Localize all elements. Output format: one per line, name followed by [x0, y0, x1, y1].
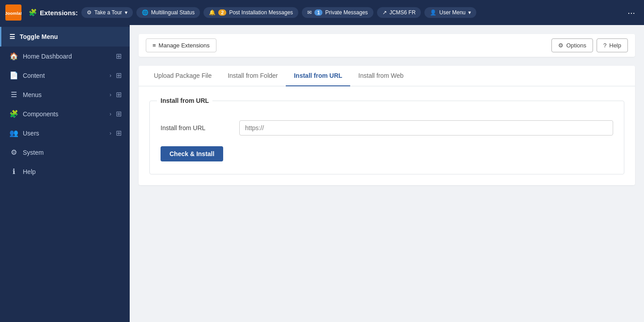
sidebar-item-content[interactable]: 📄 Content › ⊞ [0, 66, 130, 85]
chevron-down-icon: ▾ [125, 9, 127, 16]
components-grid-icon: ⊞ [116, 110, 122, 118]
sidebar-item-home-dashboard[interactable]: 🏠 Home Dashboard ⊞ [0, 47, 130, 66]
arrow-right-icon: › [110, 92, 111, 98]
content-grid-icon: ⊞ [116, 71, 122, 80]
toggle-icon: ☰ [9, 33, 15, 40]
top-navbar: Joomla! 🧩 Extensions: ⚙ Take a Tour ▾ 🌐 … [0, 0, 644, 25]
sidebar-item-components[interactable]: 🧩 Components › ⊞ [0, 104, 130, 123]
fieldset-legend: Install from URL [157, 97, 212, 104]
take-a-tour-pill[interactable]: ⚙ Take a Tour ▾ [81, 7, 133, 18]
private-messages-pill[interactable]: ✉ 1 Private Messages [302, 7, 373, 18]
puzzle-icon: 🧩 [29, 8, 37, 17]
chevron-down-icon: ▾ [468, 9, 471, 16]
users-grid-icon: ⊞ [116, 129, 122, 137]
sidebar: ☰ Toggle Menu 🏠 Home Dashboard ⊞ 📄 Conte… [0, 25, 130, 322]
home-icon: 🏠 [9, 52, 18, 60]
mail-icon: ✉ [307, 9, 312, 16]
post-installation-badge: 2 [218, 9, 226, 16]
users-icon: 👥 [9, 129, 18, 137]
options-icon: ⚙ [558, 42, 564, 49]
user-menu-pill[interactable]: 👤 User Menu ▾ [424, 7, 476, 18]
logo[interactable]: Joomla! [5, 4, 21, 21]
tour-icon: ⚙ [87, 9, 92, 16]
question-icon: ? [603, 42, 606, 49]
bell-icon: 🔔 [209, 9, 216, 16]
url-form-group: Install from URL [161, 120, 613, 136]
sidebar-item-help[interactable]: ℹ Help [0, 162, 130, 181]
menus-grid-icon: ⊞ [116, 90, 122, 99]
help-button[interactable]: ? Help [597, 38, 628, 52]
toggle-menu-button[interactable]: ☰ Toggle Menu [0, 27, 130, 47]
list-icon: ≡ [153, 42, 156, 49]
components-icon: 🧩 [9, 110, 18, 118]
main-layout: ☰ Toggle Menu 🏠 Home Dashboard ⊞ 📄 Conte… [0, 25, 644, 322]
tab-install-web[interactable]: Install from Web [350, 66, 411, 86]
more-options-button[interactable]: ··· [624, 6, 639, 20]
main-content: ≡ Manage Extensions ⚙ Options ? Help Upl… [130, 25, 644, 322]
arrow-right-icon: › [110, 72, 111, 79]
private-messages-badge: 1 [314, 9, 322, 16]
manage-extensions-button[interactable]: ≡ Manage Extensions [146, 38, 216, 52]
extensions-label: 🧩 Extensions: [29, 8, 78, 17]
multilingual-status-pill[interactable]: 🌐 Multilingual Status [136, 7, 200, 18]
install-url-panel: Install from URL Install from URL Check … [139, 86, 635, 185]
help-icon: ℹ [9, 167, 18, 176]
extensions-tabs: Upload Package File Install from Folder … [139, 66, 635, 185]
arrow-right-icon: › [110, 130, 111, 136]
install-url-fieldset: Install from URL Install from URL Check … [149, 97, 624, 174]
sidebar-item-system[interactable]: ⚙ System [0, 143, 130, 162]
arrow-right-icon: › [110, 111, 111, 117]
tabs-header: Upload Package File Install from Folder … [139, 66, 635, 86]
user-icon: 👤 [430, 9, 436, 16]
dashboard-grid-icon: ⊞ [116, 52, 122, 60]
toolbar-left: ≡ Manage Extensions [146, 38, 216, 52]
main-toolbar: ≡ Manage Extensions ⚙ Options ? Help [139, 34, 635, 57]
tab-upload-package[interactable]: Upload Package File [146, 66, 220, 86]
url-input[interactable] [239, 120, 613, 136]
jcms6fr-pill[interactable]: ↗ JCMS6 FR [377, 7, 421, 18]
multilingual-icon: 🌐 [142, 9, 148, 16]
system-icon: ⚙ [9, 148, 18, 157]
sidebar-item-menus[interactable]: ☰ Menus › ⊞ [0, 85, 130, 104]
toolbar-right: ⚙ Options ? Help [551, 38, 628, 52]
check-install-button[interactable]: Check & Install [161, 146, 223, 161]
svg-text:Joomla!: Joomla! [5, 11, 21, 16]
menus-icon: ☰ [9, 90, 18, 99]
tab-install-folder[interactable]: Install from Folder [220, 66, 286, 86]
post-installation-pill[interactable]: 🔔 2 Post Installation Messages [203, 7, 298, 18]
options-button[interactable]: ⚙ Options [551, 38, 593, 52]
tab-install-url[interactable]: Install from URL [286, 66, 350, 86]
external-link-icon: ↗ [382, 9, 387, 16]
url-label: Install from URL [161, 124, 232, 131]
content-icon: 📄 [9, 71, 18, 80]
sidebar-item-users[interactable]: 👥 Users › ⊞ [0, 123, 130, 143]
